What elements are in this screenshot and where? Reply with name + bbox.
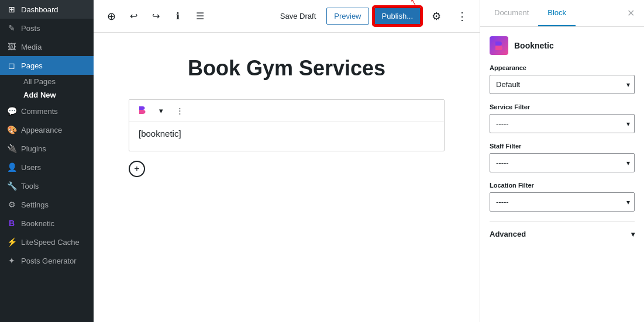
more-icon: ⋮ — [457, 10, 467, 23]
sidebar-item-label: Tools — [21, 182, 39, 191]
editor-toolbar: ⊕ ↩ ↪ ℹ ☰ Save Draft Preview ↑ Publish..… — [94, 0, 480, 33]
sidebar-subitem-add-new[interactable]: Add New — [16, 88, 94, 102]
settings-icon: ⚙ — [7, 200, 16, 209]
add-icon: ⊕ — [107, 10, 116, 23]
appearance-select-wrapper: Default Option 1 Option 2 ▾ — [490, 75, 635, 94]
staff-filter-label: Staff filter — [490, 143, 635, 150]
tab-document[interactable]: Document — [485, 0, 538, 26]
block-wrapper: ▾ ⋮ [booknetic] — [129, 99, 445, 151]
service-filter-select-wrapper: ----- Service 1 Service 2 ▾ — [490, 114, 635, 133]
toolbar-right: Save Draft Preview ↑ Publish... ⚙ ⋮ — [274, 6, 473, 27]
sidebar-item-pages[interactable]: ◻ Pages — [0, 56, 94, 75]
litespeed-icon: ⚡ — [7, 237, 16, 247]
preview-button[interactable]: Preview — [326, 8, 369, 25]
posts-generator-icon: ✦ — [7, 256, 16, 265]
sidebar-item-label: Users — [21, 163, 41, 172]
advanced-header[interactable]: Advanced ▾ — [490, 221, 635, 247]
block-content: [booknetic] — [129, 122, 444, 151]
plugin-name: Booknetic — [514, 41, 554, 50]
location-filter-label: Location filter — [490, 182, 635, 189]
info-icon: ℹ — [176, 11, 180, 22]
appearance-label: Appearance — [490, 64, 635, 71]
block-chevron-button[interactable]: ▾ — [153, 102, 169, 119]
appearance-select[interactable]: Default Option 1 Option 2 — [490, 75, 635, 94]
sidebar-item-label: Appearance — [21, 126, 62, 134]
sidebar-item-appearance[interactable]: 🎨 Appearance — [0, 120, 94, 139]
sidebar-item-media[interactable]: 🖼 Media — [0, 37, 94, 56]
sidebar-item-label: Posts — [21, 24, 40, 33]
editor-area: Book Gym Services ▾ ⋮ — [94, 33, 480, 322]
plugin-icon — [490, 36, 508, 55]
list-view-button[interactable]: ☰ — [190, 6, 211, 27]
sidebar-item-tools[interactable]: 🔧 Tools — [0, 176, 94, 195]
undo-icon: ↩ — [130, 11, 137, 22]
sidebar-item-plugins[interactable]: 🔌 Plugins — [0, 139, 94, 158]
block-plugin-header: Booknetic — [490, 36, 635, 55]
sidebar-item-settings[interactable]: ⚙ Settings — [0, 195, 94, 214]
tab-block[interactable]: Block — [538, 0, 576, 26]
location-filter-select[interactable]: ----- Location 1 Location 2 — [490, 192, 635, 212]
booknetic-icon: B — [7, 219, 16, 228]
pages-submenu: All Pages Add New — [0, 75, 94, 102]
right-panel: Document Block ✕ Booknetic Appearance De… — [480, 0, 644, 322]
advanced-label: Advanced — [490, 230, 526, 238]
tools-icon: 🔧 — [7, 181, 16, 191]
posts-icon: ✎ — [7, 23, 16, 33]
sidebar-subitem-all-pages[interactable]: All Pages — [16, 75, 94, 88]
more-options-button[interactable]: ⋮ — [452, 6, 473, 27]
sidebar-item-booknetic[interactable]: B Booknetic — [0, 214, 94, 233]
sidebar-item-users[interactable]: 👤 Users — [0, 158, 94, 176]
block-more-icon: ⋮ — [176, 106, 184, 115]
staff-filter-field-group: Staff filter ----- Staff 1 Staff 2 ▾ — [490, 143, 635, 172]
location-filter-select-wrapper: ----- Location 1 Location 2 ▾ — [490, 192, 635, 212]
users-icon: 👤 — [7, 162, 16, 172]
redo-button[interactable]: ↪ — [145, 6, 166, 27]
plugins-icon: 🔌 — [7, 144, 16, 153]
info-button[interactable]: ℹ — [167, 6, 188, 27]
sidebar-item-label: Settings — [21, 200, 49, 209]
sidebar-item-label: Pages — [21, 61, 43, 70]
sidebar-item-label: Comments — [21, 107, 58, 116]
sidebar-item-label: Dashboard — [21, 5, 58, 14]
dashboard-icon: ⊞ — [7, 5, 16, 14]
sidebar-item-dashboard[interactable]: ⊞ Dashboard — [0, 0, 94, 19]
add-block-toolbar-button[interactable]: ⊕ — [101, 6, 122, 27]
sidebar-item-label: Posts Generator — [21, 257, 77, 265]
save-draft-button[interactable]: Save Draft — [274, 8, 322, 24]
sidebar-item-posts[interactable]: ✎ Posts — [0, 19, 94, 37]
staff-filter-select-wrapper: ----- Staff 1 Staff 2 ▾ — [490, 153, 635, 172]
publish-button[interactable]: Publish... — [374, 7, 421, 25]
staff-filter-select[interactable]: ----- Staff 1 Staff 2 — [490, 153, 635, 172]
undo-button[interactable]: ↩ — [123, 6, 144, 27]
main-content: ⊕ ↩ ↪ ℹ ☰ Save Draft Preview ↑ Publish..… — [94, 0, 480, 322]
chevron-down-icon: ▾ — [159, 106, 163, 115]
block-more-button[interactable]: ⋮ — [171, 102, 188, 119]
chevron-down-icon: ▾ — [631, 230, 635, 238]
redo-icon: ↪ — [152, 11, 160, 22]
panel-tabs: Document Block ✕ — [480, 0, 644, 27]
sidebar-item-comments[interactable]: 💬 Comments — [0, 102, 94, 120]
block-shortcode: [booknetic] — [139, 129, 181, 139]
sidebar-item-litespeed[interactable]: ⚡ LiteSpeed Cache — [0, 233, 94, 251]
sidebar-item-label: Booknetic — [21, 219, 54, 228]
panel-close-button[interactable]: ✕ — [622, 0, 639, 26]
booknetic-block-icon — [137, 105, 147, 116]
comments-icon: 💬 — [7, 106, 16, 116]
close-icon: ✕ — [627, 8, 635, 19]
advanced-section: Advanced ▾ — [490, 221, 635, 247]
page-title: Book Gym Services — [129, 56, 445, 81]
service-filter-label: Service filter — [490, 103, 635, 110]
block-type-button[interactable] — [134, 102, 150, 119]
publish-wrapper: ↑ Publish... — [374, 7, 421, 25]
service-filter-field-group: Service filter ----- Service 1 Service 2… — [490, 103, 635, 133]
sidebar-item-posts-generator[interactable]: ✦ Posts Generator — [0, 251, 94, 270]
location-filter-field-group: Location filter ----- Location 1 Locatio… — [490, 182, 635, 212]
toolbar-left: ⊕ ↩ ↪ ℹ ☰ — [101, 6, 211, 27]
add-block-button[interactable]: + — [129, 161, 145, 177]
gear-icon: ⚙ — [432, 10, 441, 23]
service-filter-select[interactable]: ----- Service 1 Service 2 — [490, 114, 635, 133]
plus-icon: + — [134, 164, 139, 174]
editor-settings-button[interactable]: ⚙ — [426, 6, 447, 27]
sidebar-item-label: Plugins — [21, 144, 46, 153]
block-toolbar: ▾ ⋮ — [129, 100, 444, 122]
